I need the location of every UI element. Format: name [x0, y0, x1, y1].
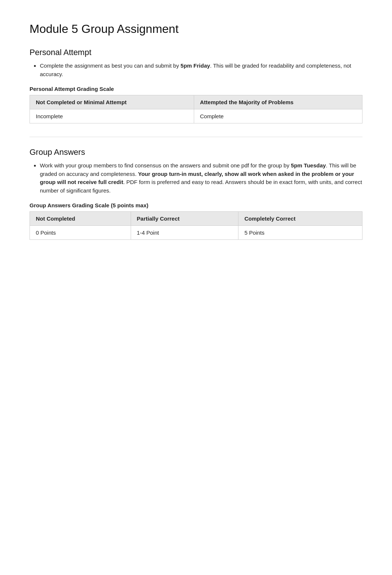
personal-table-col2-header: Attempted the Majority of Problems — [194, 95, 362, 109]
group-answers-section: Group Answers Work with your group membe… — [30, 147, 362, 240]
group-table-col2-value: 1-4 Point — [131, 226, 238, 240]
personal-table-col2-value: Complete — [194, 109, 362, 123]
group-table-col3-value: 5 Points — [238, 226, 362, 240]
group-table-col3-header: Completely Correct — [238, 212, 362, 226]
table-row: Incomplete Complete — [30, 109, 362, 123]
group-answers-grading-table: Not Completed Partially Correct Complete… — [30, 211, 362, 240]
group-grading-scale-label: Group Answers Grading Scale (5 points ma… — [30, 202, 362, 208]
personal-attempt-bullet: Complete the assignment as best you can … — [40, 62, 362, 78]
bullet-prefix: Complete the assignment as best you can … — [40, 62, 180, 69]
section-divider — [30, 137, 362, 137]
group-bullet-prefix: Work with your group members to find con… — [40, 162, 291, 169]
group-table-col1-header: Not Completed — [30, 212, 131, 226]
group-bullet-deadline: 5pm Tuesday — [291, 162, 326, 169]
group-table-col1-value: 0 Points — [30, 226, 131, 240]
personal-grading-scale-label: Personal Attempt Grading Scale — [30, 86, 362, 92]
page-title: Module 5 Group Assignment — [30, 22, 362, 36]
personal-table-col1-header: Not Completed or Minimal Attempt — [30, 95, 194, 109]
table-row: 0 Points 1-4 Point 5 Points — [30, 226, 362, 240]
group-answers-bullet: Work with your group members to find con… — [40, 161, 362, 195]
personal-attempt-grading-table: Not Completed or Minimal Attempt Attempt… — [30, 95, 362, 123]
bullet-bold-deadline: 5pm Friday — [180, 62, 210, 69]
personal-attempt-heading: Personal Attempt — [30, 48, 362, 57]
group-table-col2-header: Partially Correct — [131, 212, 238, 226]
group-answers-heading: Group Answers — [30, 147, 362, 157]
personal-attempt-section: Personal Attempt Complete the assignment… — [30, 48, 362, 123]
personal-table-col1-value: Incomplete — [30, 109, 194, 123]
